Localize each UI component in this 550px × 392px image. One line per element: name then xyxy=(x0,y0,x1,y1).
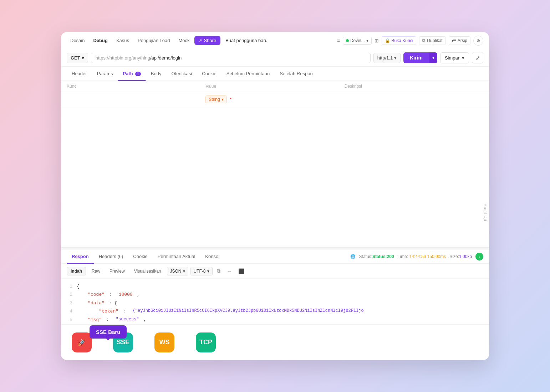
expand-button[interactable]: ⤢ xyxy=(472,52,483,63)
chevron-down-icon: ▾ xyxy=(366,38,368,43)
archive-icon: 🗃 xyxy=(452,38,456,43)
url-base: https://httpbin.org/anything xyxy=(96,55,150,61)
archive-button[interactable]: 🗃 Arsip xyxy=(449,36,470,45)
code-line-1: 1 { xyxy=(67,282,483,290)
nav-mock[interactable]: Mock xyxy=(175,36,193,45)
ws-icon-box: WS xyxy=(154,332,174,352)
size-display: Size:1.00kb xyxy=(449,254,472,259)
share-label: Share xyxy=(204,38,216,43)
method-label: GET xyxy=(71,55,80,61)
save-response-button[interactable]: ⬛ xyxy=(236,267,246,275)
json-label: JSON xyxy=(170,269,182,274)
resp-tab-respon[interactable]: Respon xyxy=(67,249,94,263)
method-select[interactable]: GET ▾ xyxy=(67,53,88,63)
json-format-select[interactable]: JSON ▾ xyxy=(167,267,188,275)
status-label: Status:Status:200 xyxy=(359,254,394,259)
env-selector[interactable]: Devel... ▾ xyxy=(343,37,372,45)
format-tab-visualisasikan[interactable]: Visualisasikan xyxy=(131,267,165,275)
tcp-icon-box: TCP xyxy=(196,332,216,352)
rocket-icon-box: 🚀 xyxy=(72,332,92,352)
resp-tab-headers[interactable]: Headers (6) xyxy=(94,249,128,263)
header-deskripsi: Deskripsi xyxy=(345,84,483,89)
lock-label: Buka Kunci xyxy=(392,38,413,43)
format-tab-raw[interactable]: Raw xyxy=(88,267,104,275)
list-icon: ≡ xyxy=(337,38,340,43)
layout-icon: ⊞ xyxy=(375,38,379,43)
tab-otentikasi[interactable]: Otentikasi xyxy=(166,67,197,81)
format-bar: Indah Raw Preview Visualisasikan JSON ▾ … xyxy=(61,264,489,279)
tcp-icon-item[interactable]: TCP xyxy=(196,332,216,352)
save-button[interactable]: Simpan ▾ xyxy=(440,52,469,63)
tab-setelah[interactable]: Setelah Respon xyxy=(275,67,318,81)
time-display: Time: 14:44:56 150.00ms xyxy=(398,254,446,259)
url-bar: GET ▾ https://httpbin.org/anything /api/… xyxy=(61,49,489,67)
download-button[interactable]: ↓ xyxy=(475,253,483,261)
type-select[interactable]: String ▾ xyxy=(205,96,226,103)
lock-button[interactable]: 🔒 Buka Kunci xyxy=(382,36,417,45)
create-user-button[interactable]: Buat pengguna baru xyxy=(222,36,271,45)
params-row-1: String ▾ * xyxy=(61,92,489,107)
tab-path[interactable]: Path 1 xyxy=(118,67,146,81)
resp-tab-konsol[interactable]: Konsol xyxy=(200,249,224,263)
path-params-area: Kunci Value Deskripsi String ▾ * xyxy=(61,81,489,247)
nav-desain[interactable]: Desain xyxy=(67,36,88,45)
rocket-icon-item[interactable]: 🚀 xyxy=(72,332,92,352)
response-status-area: 🌐 Status:Status:200 Time: 14:44:56 150.0… xyxy=(350,253,483,261)
format-tab-indah[interactable]: Indah xyxy=(67,267,86,275)
hasil-uji-label: Hasil Uji xyxy=(483,203,488,221)
code-line-2: 2 "code" : 10000 , xyxy=(67,290,483,299)
url-path: /api/demo/login xyxy=(150,55,182,61)
encoding-chevron-icon: ▾ xyxy=(207,269,209,274)
more-options-button[interactable]: ⊕ xyxy=(473,36,483,46)
copy-response-button[interactable]: ⧉ xyxy=(215,267,223,275)
save-label: Simpan xyxy=(445,55,460,61)
response-tabs: Respon Headers (6) Cookie Permintaan Akt… xyxy=(61,249,489,264)
sse-popup: SSE Baru xyxy=(90,325,127,339)
encoding-select[interactable]: UTF-8 ▾ xyxy=(190,267,213,275)
nav-pengujian-load[interactable]: Pengujian Load xyxy=(134,36,173,45)
archive-label: Arsip xyxy=(458,38,467,43)
ws-icon-item[interactable]: WS xyxy=(154,332,174,352)
request-tabs: Header Params Path 1 Body Otentikasi Coo… xyxy=(61,67,489,81)
globe-icon: 🌐 xyxy=(350,254,356,259)
send-button[interactable]: Kirim xyxy=(403,52,429,63)
duplicate-label: Duplikat xyxy=(427,38,442,43)
main-window: Desain Debug Kasus Pengujian Load Mock ↗… xyxy=(61,32,489,360)
share-icon: ↗ xyxy=(199,38,202,43)
type-label: String xyxy=(209,97,220,102)
code-line-4: 4 "token" : {"eyJhbGci0iJIUzI1NiIsInR5cC… xyxy=(67,307,483,315)
header-value: Value xyxy=(205,84,344,89)
nav-right-area: ≡ Devel... ▾ ⊞ 🔒 Buka Kunci ⧉ Duplikat 🗃… xyxy=(337,36,483,46)
type-chevron-icon: ▾ xyxy=(221,97,224,102)
wrap-button[interactable]: ↔ xyxy=(225,267,234,275)
required-indicator: * xyxy=(230,97,231,102)
lock-icon: 🔒 xyxy=(385,38,390,43)
url-input[interactable]: https://httpbin.org/anything /api/demo/l… xyxy=(91,53,371,63)
header-kunci: Kunci xyxy=(67,84,205,89)
duplicate-button[interactable]: ⧉ Duplikat xyxy=(419,36,445,45)
nav-debug[interactable]: Debug xyxy=(90,36,111,45)
protocol-label: http/1.1 xyxy=(377,55,393,61)
tab-params[interactable]: Params xyxy=(92,67,118,81)
tab-header[interactable]: Header xyxy=(67,67,92,81)
protocol-chevron-icon: ▾ xyxy=(394,55,397,61)
code-line-3: 3 "data" : { xyxy=(67,299,483,307)
tab-cookie[interactable]: Cookie xyxy=(197,67,221,81)
resp-tab-cookie[interactable]: Cookie xyxy=(128,249,152,263)
encoding-label: UTF-8 xyxy=(194,269,206,274)
path-tab-badge: 1 xyxy=(135,72,141,76)
json-chevron-icon: ▾ xyxy=(183,269,185,274)
format-tab-preview[interactable]: Preview xyxy=(106,267,128,275)
save-chevron-icon: ▾ xyxy=(462,55,464,61)
duplicate-icon: ⧉ xyxy=(422,38,426,43)
nav-kasus[interactable]: Kasus xyxy=(113,36,133,45)
resp-tab-permintaan[interactable]: Permintaan Aktual xyxy=(153,249,200,263)
tab-sebelum[interactable]: Sebelum Permintaan xyxy=(221,67,275,81)
sse-tooltip: SSE Baru xyxy=(90,325,127,339)
env-status-dot xyxy=(346,39,349,42)
protocol-select[interactable]: http/1.1 ▾ xyxy=(373,53,401,63)
tab-body[interactable]: Body xyxy=(146,67,167,81)
share-button[interactable]: ↗ Share xyxy=(194,36,220,45)
send-dropdown-button[interactable]: ▾ xyxy=(429,52,437,63)
params-header: Kunci Value Deskripsi xyxy=(61,81,489,92)
